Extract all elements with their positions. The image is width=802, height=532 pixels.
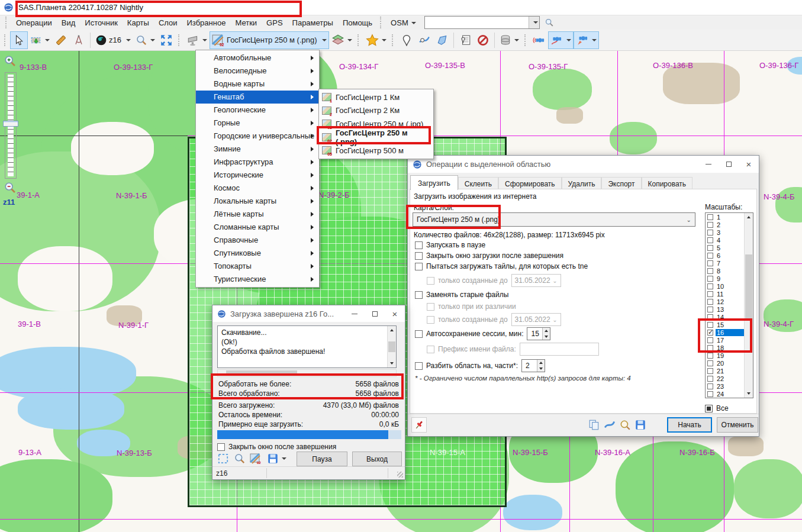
dialog-tab[interactable]: Сформировать [498, 177, 562, 190]
scale-checkbox[interactable] [707, 237, 713, 243]
scale-checkbox[interactable] [707, 276, 713, 282]
scale-row[interactable]: 1 [706, 213, 744, 221]
scrollbar-thumb[interactable] [226, 370, 297, 376]
split-parts-stepper[interactable]: 2 [521, 359, 545, 372]
scale-row[interactable]: 9 [706, 275, 744, 282]
menubar-item[interactable]: Операции [11, 16, 57, 30]
scrollbar-thumb[interactable] [745, 254, 752, 320]
scale-row[interactable]: 18 [706, 344, 744, 352]
checkbox-box[interactable] [415, 362, 423, 370]
category-menu-item[interactable]: Геологические [196, 104, 319, 117]
category-menu-item[interactable]: Космос [196, 182, 319, 195]
zoom-slider-handle[interactable] [3, 121, 18, 127]
search-button[interactable] [542, 16, 556, 29]
scale-row[interactable]: 22 [706, 375, 744, 382]
dialog-tab[interactable]: Загрузить [410, 175, 458, 190]
copy-selection-button[interactable] [588, 419, 600, 431]
scale-row[interactable]: 4 [706, 236, 744, 244]
favorites-button[interactable] [363, 31, 389, 49]
scroll-down-button[interactable] [388, 359, 396, 367]
checkbox-box[interactable] [415, 263, 423, 270]
category-menu-item[interactable]: Автомобильные [196, 51, 319, 65]
scale-row[interactable]: 3 [706, 228, 744, 236]
gps-position-button[interactable] [574, 31, 599, 49]
scale-checkbox[interactable] [707, 291, 713, 297]
dialog-titlebar[interactable]: Операции с выделенной областью × [408, 156, 759, 173]
minimize-button[interactable] [698, 156, 719, 173]
checkbox-box[interactable] [415, 291, 423, 299]
pause-button[interactable]: Пауза [297, 452, 347, 466]
dialog-tab[interactable]: Удалить [562, 177, 602, 190]
category-menu-item[interactable]: Зимние [196, 143, 319, 156]
category-menu-item[interactable]: Генштаб [196, 91, 319, 104]
scale-row[interactable]: 20 [706, 359, 744, 367]
dialog-tab[interactable]: Экспорт [601, 177, 641, 190]
scale-checkbox[interactable] [707, 283, 713, 289]
scale-row[interactable]: 16 [706, 328, 744, 336]
scale-checkbox[interactable] [707, 222, 713, 228]
ruler-tool-button[interactable] [52, 31, 70, 49]
scroll-up-button[interactable] [388, 326, 396, 334]
cancel-button[interactable]: Отменить [717, 417, 758, 433]
map-submenu-item[interactable]: 1 ГосГисЦентр 1 Км [319, 91, 433, 104]
scale-checkbox[interactable] [707, 214, 713, 220]
category-menu-item[interactable]: Сломанные карты [196, 221, 319, 234]
scale-checkbox[interactable] [707, 245, 713, 251]
scale-row[interactable]: 10 [706, 282, 744, 290]
selection-tool-button[interactable] [28, 31, 52, 49]
maximize-button[interactable] [365, 305, 385, 322]
checkbox-autosave-session[interactable]: Автосохранение сессии, мин: 15 [415, 327, 550, 340]
scale-row[interactable]: 7 [706, 259, 744, 267]
scale-row[interactable]: 5 [706, 244, 744, 252]
scale-checkbox[interactable] [707, 345, 713, 351]
category-menu-item[interactable]: Топокарты [196, 260, 319, 273]
scale-row[interactable]: 8 [706, 267, 744, 275]
placemark-manager-button[interactable] [456, 31, 474, 49]
map-type-button[interactable]: 02 [250, 453, 262, 465]
category-menu-item[interactable]: Справочные [196, 234, 319, 247]
save-selection-button[interactable] [634, 419, 646, 431]
zoom-tool-button[interactable] [133, 31, 157, 49]
path-selection-button[interactable] [604, 419, 616, 431]
category-menu-item[interactable]: Исторические [196, 169, 319, 182]
start-button[interactable]: Начать [667, 417, 712, 433]
scale-row[interactable]: 24 [706, 390, 744, 398]
stepper-up-button[interactable] [537, 360, 545, 366]
close-button[interactable]: × [739, 156, 759, 173]
scale-row[interactable]: 23 [706, 382, 744, 390]
scale-checkbox[interactable] [707, 330, 713, 336]
category-menu-item[interactable]: Городские и универсальные [196, 130, 319, 143]
fullscreen-button[interactable] [157, 31, 175, 49]
zoom-level-button[interactable]: z16 [93, 31, 133, 49]
stepper-down-button[interactable] [543, 334, 550, 340]
projection-button[interactable] [184, 31, 210, 49]
gps-track-button[interactable] [548, 31, 574, 49]
scale-checkbox[interactable] [707, 391, 713, 397]
resize-grip[interactable] [397, 472, 403, 478]
zoom-selection-button[interactable] [619, 419, 631, 431]
scale-row[interactable]: 19 [706, 352, 744, 359]
scale-row[interactable]: 21 [706, 367, 744, 375]
map-submenu-item[interactable]: 2 ГосГисЦентр 2 Км [319, 104, 433, 118]
add-placemark-button[interactable] [398, 31, 416, 49]
checkbox-box[interactable] [415, 330, 423, 338]
checkbox-close-window-after[interactable]: Закрыть окно после завершения [217, 443, 336, 451]
scale-checkbox[interactable] [707, 368, 713, 374]
category-menu-item[interactable]: Инфраструктура [196, 156, 319, 169]
stepper-down-button[interactable] [537, 366, 545, 372]
checkbox-box[interactable] [217, 443, 225, 451]
map-submenu-item[interactable]: 02 ГосГисЦентр 250 м (.png) [319, 131, 433, 144]
minimize-button[interactable] [344, 305, 365, 322]
scrollbar-thumb[interactable] [388, 341, 395, 352]
menubar-item[interactable]: Метки [230, 16, 262, 30]
zoom-out-button[interactable] [4, 181, 18, 195]
hide-marks-button[interactable] [474, 31, 492, 49]
map-source-button[interactable]: 02 ГосГисЦентр 250 м (.png) [210, 31, 329, 49]
search-dropdown-button[interactable] [529, 17, 539, 28]
scale-checkbox[interactable] [707, 268, 713, 274]
scale-row[interactable]: 12 [706, 298, 744, 305]
search-input[interactable] [424, 16, 540, 29]
checkbox-box[interactable] [415, 241, 423, 249]
scale-row[interactable]: 6 [706, 252, 744, 259]
log-scrollbar-vertical[interactable] [387, 326, 396, 367]
